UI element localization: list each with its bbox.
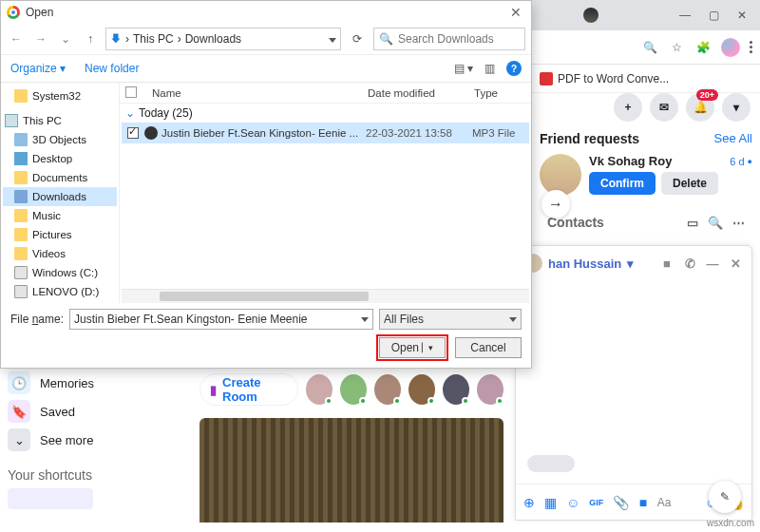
window-minimize[interactable]: — [671,4,699,27]
filter-value: All Files [384,313,424,326]
account-button[interactable]: ▾ [722,93,750,122]
address-dropdown-icon[interactable] [329,32,336,46]
request-avatar[interactable] [540,154,581,196]
col-name[interactable]: Name [148,87,368,99]
attach-camera-icon[interactable]: ■ [638,494,647,511]
chat-video-icon[interactable]: ■ [658,256,675,271]
file-row[interactable]: Justin Bieber Ft.Sean Kingston- Eenie ..… [122,123,529,143]
star-icon[interactable]: ☆ [668,39,685,56]
select-all-checkbox[interactable] [125,86,137,98]
confirm-button[interactable]: Confirm [589,172,656,195]
tree-item-thispc[interactable]: This PC [3,111,117,130]
nav-back-button[interactable]: ← [7,29,26,48]
breadcrumb-root[interactable]: This PC [133,32,174,46]
chevron-down-icon[interactable]: ⌄ [56,29,75,48]
attach-plus-icon[interactable]: ⊕ [523,494,535,511]
contact-avatar[interactable] [443,374,469,405]
notifications-button[interactable]: 🔔20+ [686,93,714,122]
shortcut-placeholder [8,488,93,509]
tree-item-lenovo-d[interactable]: LENOVO (D:) [3,282,117,301]
cancel-button[interactable]: Cancel [455,337,522,358]
contact-avatar[interactable] [477,374,504,405]
chat-minimize-icon[interactable]: — [704,256,721,271]
new-room-icon[interactable]: ▭ [687,216,698,230]
col-type[interactable]: Type [474,87,531,99]
nav-tree[interactable]: System32 This PC 3D Objects Desktop Docu… [1,83,120,303]
attach-image-icon[interactable]: ▦ [544,494,557,511]
filename-dropdown-icon[interactable] [361,317,369,322]
filename-input[interactable]: Justin Bieber Ft.Sean Kingston- Eenie Me… [69,309,373,330]
nav-up-button[interactable]: ↑ [81,29,100,48]
chat-call-icon[interactable]: ✆ [681,256,698,271]
file-filter-select[interactable]: All Files [379,309,522,330]
new-message-button[interactable]: ✎ [709,481,741,513]
chevron-down-icon: ⌄ [125,106,135,120]
tree-item-documents[interactable]: Documents [3,168,117,187]
sidebar-item-saved[interactable]: 🔖Saved [8,397,169,426]
window-close[interactable]: ✕ [728,4,756,27]
contact-avatar[interactable] [374,374,401,405]
scrollbar-thumb[interactable] [160,292,369,301]
attach-file-icon[interactable]: 📎 [613,494,629,511]
view-mode-icon[interactable]: ▤ ▾ [454,62,473,75]
window-maximize[interactable]: ▢ [699,4,728,27]
refresh-button[interactable]: ⟳ [347,32,368,46]
address-bar[interactable]: 🡇 › This PC › Downloads [105,28,341,50]
sidebar-item-memories[interactable]: 🕒Memories [8,369,169,397]
create-room-button[interactable]: ▮ Create Room [200,373,298,406]
contact-avatar[interactable] [306,374,332,405]
see-all-link[interactable]: See All [714,131,752,146]
chat-close-icon[interactable]: ✕ [727,256,744,271]
tree-item-3dobjects[interactable]: 3D Objects [3,130,117,149]
menu-kebab-icon[interactable] [750,41,752,53]
help-icon[interactable]: ? [506,61,522,76]
tree-item-downloads[interactable]: Downloads [3,187,117,206]
extensions-icon[interactable]: 🧩 [694,39,712,56]
zoom-icon[interactable]: 🔍 [641,39,658,56]
new-folder-button[interactable]: New folder [85,62,139,75]
objects3d-icon [14,133,28,146]
tree-item-pictures[interactable]: Pictures [3,225,117,244]
chat-contact-name[interactable]: han Hussain [548,256,621,271]
open-button[interactable]: Open ▏▾ [379,337,446,358]
profile-avatar-icon[interactable] [721,38,740,57]
organize-menu[interactable]: Organize ▾ [10,62,66,75]
create-button[interactable]: + [614,93,642,122]
breadcrumb-current[interactable]: Downloads [185,32,241,46]
watermark: wsxdn.com [707,518,754,528]
tree-item-videos[interactable]: Videos [3,244,117,263]
sidebar-item-seemore[interactable]: ⌄See more [8,426,169,454]
contact-avatar[interactable] [408,374,435,405]
tree-item-system32[interactable]: System32 [3,86,117,105]
column-headers[interactable]: Name Date modified Type [120,83,531,104]
attach-sticker-icon[interactable]: ☺ [566,494,580,511]
chat-chevron-down-icon[interactable]: ▾ [627,256,634,271]
request-name[interactable]: Vk Sohag Roy [589,154,672,168]
messenger-button[interactable]: ✉ [650,93,678,122]
attach-gif-icon[interactable]: GIF [589,494,603,511]
horizontal-scrollbar[interactable] [122,289,529,303]
contact-avatar[interactable] [340,374,367,405]
search-input[interactable]: 🔍 Search Downloads [373,28,525,50]
col-date[interactable]: Date modified [368,87,474,99]
file-group-today[interactable]: ⌄Today (25) [120,104,531,123]
preview-pane-icon[interactable]: ▥ [484,62,495,75]
chat-text-input[interactable]: Aa [657,496,686,509]
contacts-options-icon[interactable]: ⋯ [732,216,745,230]
tree-label: Downloads [32,191,86,202]
tree-item-music[interactable]: Music [3,206,117,225]
bookmark-label[interactable]: PDF to Word Conve... [558,72,669,86]
dialog-close-icon[interactable]: ✕ [506,5,525,20]
nav-forward-button[interactable]: → [31,29,50,48]
story-next-button[interactable]: → [542,190,570,218]
request-time: 6 d [730,156,744,167]
chrome-icon [7,6,20,19]
delete-button[interactable]: Delete [661,172,718,195]
search-contacts-icon[interactable]: 🔍 [708,216,723,230]
dialog-titlebar[interactable]: Open ✕ [1,1,531,24]
tree-item-desktop[interactable]: Desktop [3,149,117,168]
pc-icon [5,114,18,127]
file-checkbox[interactable] [127,127,139,139]
post-image[interactable] [200,418,504,522]
tree-item-windows-c[interactable]: Windows (C:) [3,263,117,282]
